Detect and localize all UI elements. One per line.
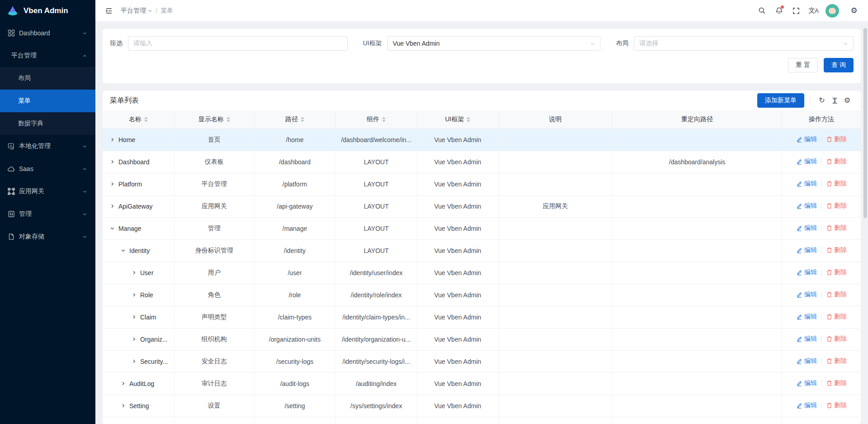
layout-select[interactable]: 请选择 xyxy=(634,36,854,51)
collapse-row-icon[interactable] xyxy=(121,248,126,253)
edit-button[interactable]: 编辑 xyxy=(796,246,817,254)
row-height-icon[interactable] xyxy=(828,94,841,107)
expand-row-icon[interactable] xyxy=(121,403,126,408)
table-row-claim[interactable]: Claim声明类型/claim-types/identity/claim-typ… xyxy=(103,306,861,328)
edit-button[interactable]: 编辑 xyxy=(796,268,817,276)
delete-button[interactable]: 删除 xyxy=(826,224,847,232)
delete-button[interactable]: 删除 xyxy=(826,357,847,365)
edit-button[interactable]: 编辑 xyxy=(796,401,817,410)
sidebar-item-manage[interactable]: 管理 xyxy=(0,203,95,225)
table-row-home[interactable]: Home首页/home/dashboard/welcome/in...Vue V… xyxy=(103,129,861,151)
sidebar-item-gateway[interactable]: 应用网关 xyxy=(0,180,95,203)
expand-row-icon[interactable] xyxy=(110,159,115,164)
sidebar-item-layout[interactable]: 布局 xyxy=(0,67,95,90)
framework-select[interactable]: Vue Vben Admin xyxy=(387,36,601,51)
trash-icon xyxy=(826,336,832,342)
column-settings-gear-icon[interactable]: ⚙ xyxy=(841,94,854,107)
pencil-icon xyxy=(796,181,802,187)
sidebar-item-platform[interactable]: 平台管理 xyxy=(0,44,95,67)
sort-carets-icon[interactable] xyxy=(382,117,386,122)
edit-button[interactable]: 编辑 xyxy=(796,335,817,343)
query-button[interactable]: 查 询 xyxy=(824,58,854,72)
sort-carets-icon[interactable] xyxy=(301,117,304,122)
table-row-dashboard[interactable]: Dashboard仪表板/dashboardLAYOUTVue Vben Adm… xyxy=(103,151,861,173)
table-row-platform[interactable]: Platform平台管理/platformLAYOUTVue Vben Admi… xyxy=(103,173,861,195)
sidebar-item-dashboard[interactable]: Dashboard xyxy=(0,22,95,44)
delete-button[interactable]: 删除 xyxy=(826,246,847,254)
expand-row-icon[interactable] xyxy=(132,359,137,364)
fullscreen-icon[interactable] xyxy=(788,3,804,19)
expand-row-icon[interactable] xyxy=(121,381,126,386)
sidebar-item-dict[interactable]: 数据字典 xyxy=(0,112,95,135)
expand-row-icon[interactable] xyxy=(110,181,115,186)
reset-button[interactable]: 重 置 xyxy=(788,58,818,72)
table-cell: Vue Vben Admin xyxy=(417,217,498,239)
filter-input[interactable]: 请输入 xyxy=(128,36,348,51)
table-cell xyxy=(498,173,612,195)
sort-carets-icon[interactable] xyxy=(467,117,470,122)
delete-button[interactable]: 删除 xyxy=(826,180,847,188)
add-menu-button[interactable]: 添加新菜单 xyxy=(757,93,804,108)
sidebar-item-storage[interactable]: 对象存储 xyxy=(0,225,95,248)
sidebar-item-saas[interactable]: Saas xyxy=(0,157,95,180)
expand-row-icon[interactable] xyxy=(132,270,137,275)
delete-button[interactable]: 删除 xyxy=(826,401,847,410)
sidebar-item-label: 管理 xyxy=(19,210,32,218)
column-header-2[interactable]: 显示名称 xyxy=(174,110,254,129)
edit-button[interactable]: 编辑 xyxy=(796,135,817,143)
edit-button[interactable]: 编辑 xyxy=(796,357,817,365)
sort-carets-icon[interactable] xyxy=(226,117,230,122)
column-header-4[interactable]: 组件 xyxy=(335,110,417,129)
delete-button[interactable]: 删除 xyxy=(826,268,847,276)
table-row-setting[interactable]: Setting设置/setting/sys/settings/indexVue … xyxy=(103,395,861,417)
scrollbar-thumb[interactable] xyxy=(863,28,867,218)
delete-button[interactable]: 删除 xyxy=(826,135,847,143)
avatar[interactable] xyxy=(826,4,839,18)
edit-button[interactable]: 编辑 xyxy=(796,313,817,321)
column-header-5[interactable]: UI框架 xyxy=(417,110,498,129)
language-icon[interactable]: 文A xyxy=(806,3,821,19)
delete-button[interactable]: 删除 xyxy=(826,335,847,343)
table-cell: /platform xyxy=(254,173,335,195)
settings-gear-icon[interactable]: ⚙ xyxy=(846,3,862,19)
breadcrumb-section[interactable]: 平台管理 xyxy=(121,7,152,15)
edit-button[interactable]: 编辑 xyxy=(796,157,817,166)
edit-button[interactable]: 编辑 xyxy=(796,202,817,210)
edit-button[interactable]: 编辑 xyxy=(796,291,817,299)
delete-button[interactable]: 删除 xyxy=(826,291,847,299)
table-cell xyxy=(498,372,612,395)
refresh-icon[interactable]: ↻ xyxy=(816,94,828,107)
sort-carets-icon[interactable] xyxy=(144,117,148,122)
expand-row-icon[interactable] xyxy=(132,337,137,342)
sidebar-item-localization[interactable]: A本地化管理 xyxy=(0,135,95,157)
edit-button[interactable]: 编辑 xyxy=(796,379,817,387)
search-icon[interactable] xyxy=(754,3,769,19)
expand-row-icon[interactable] xyxy=(132,292,137,297)
edit-button[interactable]: 编辑 xyxy=(796,180,817,188)
pencil-icon xyxy=(796,203,802,209)
sidebar-collapse-icon[interactable] xyxy=(102,4,116,18)
table-row-role[interactable]: Role角色/role/identity/role/indexVue Vben … xyxy=(103,284,861,306)
table-row-identity[interactable]: Identity身份标识管理/identityLAYOUTVue Vben Ad… xyxy=(103,239,861,262)
table-row-security[interactable]: Security...安全日志/security-logs/identity/s… xyxy=(103,350,861,372)
edit-button[interactable]: 编辑 xyxy=(796,224,817,232)
logo[interactable]: Vben Admin xyxy=(0,0,95,22)
table-row-auditlog[interactable]: AuditLog审计日志/audit-logs/auditing/indexVu… xyxy=(103,372,861,395)
expand-row-icon[interactable] xyxy=(110,137,115,142)
delete-button[interactable]: 删除 xyxy=(826,157,847,166)
table-row-manage[interactable]: Manage管理/manageLAYOUTVue Vben Admin编辑删除 xyxy=(103,217,861,239)
delete-button[interactable]: 删除 xyxy=(826,379,847,387)
column-header-3[interactable]: 路径 xyxy=(254,110,335,129)
table-row-apigateway[interactable]: ApiGateway应用网关/api-gatewayLAYOUTVue Vben… xyxy=(103,195,861,217)
delete-button[interactable]: 删除 xyxy=(826,202,847,210)
expand-row-icon[interactable] xyxy=(110,204,115,209)
table-row-user[interactable]: User用户/user/identity/user/indexVue Vben … xyxy=(103,262,861,284)
column-header-1[interactable]: 名称 xyxy=(103,110,174,129)
delete-button[interactable]: 删除 xyxy=(826,313,847,321)
table-cell: LAYOUT xyxy=(335,173,417,195)
collapse-row-icon[interactable] xyxy=(110,226,115,231)
sidebar-item-menu[interactable]: 菜单 xyxy=(0,90,95,112)
table-row-organiz[interactable]: Organiz...组织机构/organization-units/identi… xyxy=(103,328,861,350)
notifications-bell-icon[interactable] xyxy=(771,3,787,19)
expand-row-icon[interactable] xyxy=(132,314,137,319)
